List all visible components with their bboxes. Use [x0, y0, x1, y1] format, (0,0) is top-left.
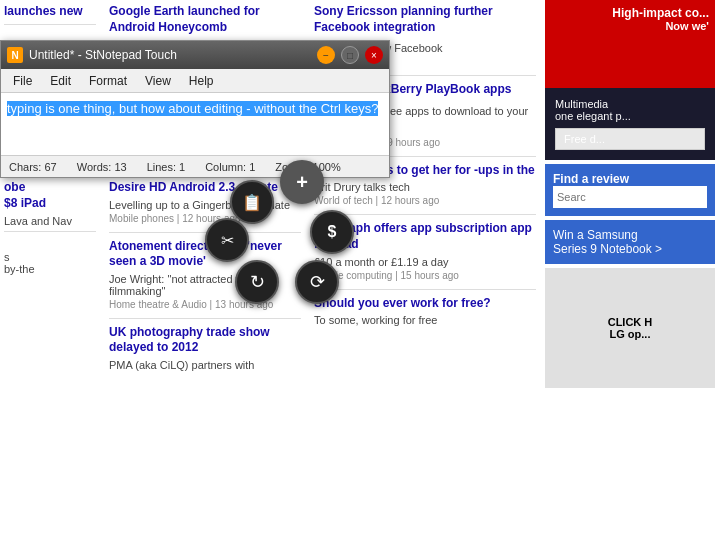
ad-free-button[interactable]: Free d... [555, 128, 705, 150]
notepad-title: Untitled* - StNotepad Touch [29, 48, 311, 62]
ad-win-text: Win a SamsungSeries 9 Notebook > [553, 228, 707, 256]
notepad-icon-label: N [11, 50, 18, 61]
menu-format[interactable]: Format [81, 72, 135, 90]
radial-menu: 📋 + ✂ $ ↻ ⟳ [200, 160, 360, 320]
ad-panel: High-impact co... Now we' Multimediaone … [545, 0, 715, 537]
notepad-app-icon: N [7, 47, 23, 63]
status-words: Words: 13 [77, 161, 127, 173]
close-button[interactable]: × [365, 46, 383, 64]
ad-click-text: CLICK HLG op... [608, 316, 653, 340]
article-title[interactable]: Sony Ericsson planning further Facebook … [314, 4, 536, 35]
menu-edit[interactable]: Edit [42, 72, 79, 90]
reload-icon: ⟳ [306, 271, 328, 293]
minimize-button[interactable]: − [317, 46, 335, 64]
ad-multimedia: Multimediaone elegant p... Free d... [545, 88, 715, 160]
notepad-menubar: File Edit Format View Help [1, 69, 389, 93]
radial-copy-button[interactable]: 📋 [230, 180, 274, 224]
highlighted-text: typing is one thing, but how about editi… [7, 101, 378, 116]
ad-phone-banner[interactable]: CLICK HLG op... [545, 268, 715, 388]
scissors-icon: ✂ [216, 229, 238, 251]
article-desc: sby-the [4, 251, 96, 275]
status-chars: Chars: 67 [9, 161, 57, 173]
article-desc: PMA (aka CiLQ) partners with [109, 359, 301, 371]
radial-add-button[interactable]: + [280, 160, 324, 204]
article-title[interactable]: launches new [4, 4, 96, 20]
ad-banner-top[interactable]: High-impact co... Now we' [545, 0, 715, 38]
notepad-titlebar: N Untitled* - StNotepad Touch − □ × [1, 41, 389, 69]
article-title[interactable]: UK photography trade show delayed to 201… [109, 325, 301, 356]
ad-win-samsung[interactable]: Win a SamsungSeries 9 Notebook > [545, 220, 715, 264]
ad-find-review[interactable]: Find a review [545, 164, 715, 216]
status-lines: Lines: 1 [147, 161, 186, 173]
ad-multimedia-text: Multimediaone elegant p... [555, 98, 705, 122]
radial-currency-button[interactable]: $ [310, 210, 354, 254]
menu-help[interactable]: Help [181, 72, 222, 90]
article-title[interactable]: obe$8 iPad [4, 180, 96, 211]
maximize-button[interactable]: □ [341, 46, 359, 64]
copy-icon: 📋 [241, 191, 263, 213]
add-icon: + [291, 171, 313, 193]
ad-search-box[interactable] [553, 186, 707, 208]
notepad-text-content[interactable]: typing is one thing, but how about editi… [1, 93, 389, 155]
currency-icon: $ [321, 221, 343, 243]
refresh-icon: ↻ [246, 271, 268, 293]
ad-search-input[interactable] [557, 191, 703, 203]
radial-reload-button[interactable]: ⟳ [295, 260, 339, 304]
radial-cut-button[interactable]: ✂ [205, 218, 249, 262]
menu-file[interactable]: File [5, 72, 40, 90]
ad-banner-text: High-impact co... [551, 6, 709, 20]
article-title[interactable]: Google Earth launched for Android Honeyc… [109, 4, 301, 35]
notepad-window: N Untitled* - StNotepad Touch − □ × File… [0, 40, 390, 178]
radial-refresh-button[interactable]: ↻ [235, 260, 279, 304]
menu-view[interactable]: View [137, 72, 179, 90]
article-desc: Lava and Nav [4, 215, 96, 227]
ad-banner-subtext: Now we' [551, 20, 709, 32]
